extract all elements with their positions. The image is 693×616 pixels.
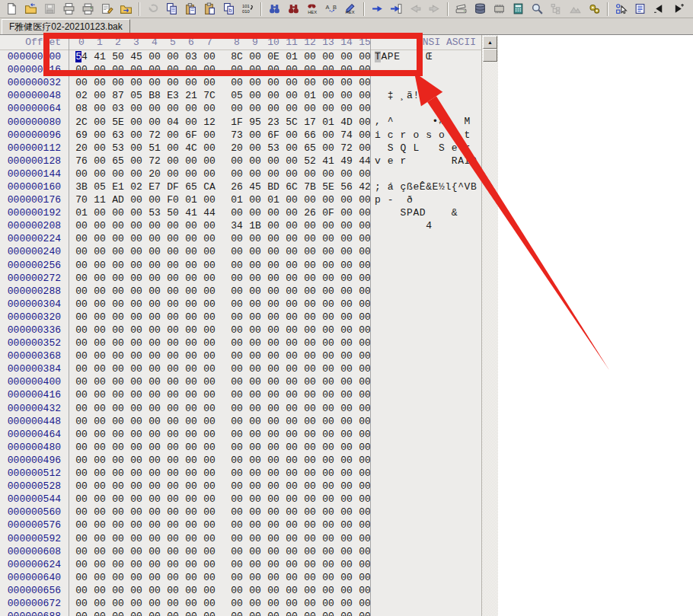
hex-byte[interactable]: 00 bbox=[109, 571, 127, 584]
hex-byte[interactable]: 41 bbox=[182, 206, 200, 219]
hex-byte[interactable]: 00 bbox=[246, 428, 264, 441]
hex-byte[interactable]: 00 bbox=[319, 219, 337, 232]
hex-byte[interactable]: 00 bbox=[182, 558, 200, 571]
hex-byte[interactable]: 00 bbox=[301, 441, 319, 454]
hex-byte[interactable]: 00 bbox=[109, 245, 127, 258]
hex-byte[interactable]: 00 bbox=[337, 402, 356, 415]
hex-byte[interactable]: 01 bbox=[228, 193, 246, 206]
hex-byte[interactable]: 00 bbox=[319, 519, 337, 531]
hex-byte[interactable]: 00 bbox=[301, 584, 319, 597]
hex-byte[interactable]: 00 bbox=[200, 245, 219, 258]
hex-byte[interactable]: 00 bbox=[246, 375, 264, 388]
hex-byte[interactable]: 5E bbox=[319, 180, 337, 193]
hex-byte[interactable]: 00 bbox=[283, 571, 301, 584]
hex-byte[interactable]: 00 bbox=[164, 142, 182, 155]
hex-byte[interactable]: 00 bbox=[319, 142, 337, 155]
hex-byte[interactable]: 00 bbox=[356, 311, 374, 324]
hex-byte[interactable]: 00 bbox=[109, 532, 127, 545]
ascii-text[interactable] bbox=[375, 454, 477, 467]
hex-byte[interactable]: 00 bbox=[319, 428, 337, 441]
hex-byte[interactable]: 12 bbox=[200, 116, 219, 129]
hex-byte[interactable]: 00 bbox=[228, 232, 246, 245]
hex-byte[interactable]: 00 bbox=[91, 610, 109, 616]
hex-byte[interactable]: 00 bbox=[200, 142, 219, 155]
hex-byte[interactable]: 00 bbox=[91, 388, 109, 401]
hex-byte[interactable]: AD bbox=[109, 193, 127, 206]
hex-byte[interactable]: 00 bbox=[337, 102, 356, 115]
hex-byte[interactable]: 00 bbox=[91, 428, 109, 441]
hex-byte[interactable]: 00 bbox=[200, 76, 219, 89]
hex-byte[interactable]: 00 bbox=[109, 232, 127, 245]
hex-byte[interactable]: 00 bbox=[301, 454, 319, 467]
hex-byte[interactable]: 00 bbox=[356, 362, 374, 375]
hex-byte[interactable]: 00 bbox=[319, 102, 337, 115]
hex-byte[interactable]: 00 bbox=[200, 193, 219, 206]
hex-byte[interactable]: 00 bbox=[246, 193, 264, 206]
hex-byte[interactable]: 00 bbox=[246, 311, 264, 324]
hex-byte[interactable]: 00 bbox=[109, 441, 127, 454]
hex-byte[interactable]: 00 bbox=[264, 506, 283, 519]
hex-byte[interactable]: 00 bbox=[264, 245, 283, 258]
find-again-button[interactable] bbox=[284, 1, 303, 18]
hex-byte[interactable]: 00 bbox=[337, 480, 356, 493]
hex-byte[interactable]: 00 bbox=[283, 155, 301, 168]
hex-byte[interactable]: 00 bbox=[109, 285, 127, 298]
hex-byte[interactable]: 00 bbox=[228, 362, 246, 375]
hex-byte[interactable]: 02 bbox=[72, 89, 91, 102]
hex-byte[interactable]: 00 bbox=[200, 63, 219, 76]
hex-byte[interactable]: 00 bbox=[164, 375, 182, 388]
hex-byte[interactable]: 00 bbox=[164, 610, 182, 616]
hex-byte[interactable]: 00 bbox=[109, 362, 127, 375]
ascii-text[interactable] bbox=[375, 506, 477, 519]
hex-byte[interactable]: 00 bbox=[337, 168, 356, 180]
hex-byte[interactable]: 00 bbox=[246, 402, 264, 415]
hex-byte[interactable]: 00 bbox=[356, 415, 374, 428]
hex-byte[interactable]: 00 bbox=[109, 349, 127, 362]
hex-byte[interactable]: 00 bbox=[301, 428, 319, 441]
ascii-text[interactable]: ; á çßeÊ&E½l{^VB bbox=[375, 180, 477, 193]
hex-byte[interactable]: 00 bbox=[145, 610, 164, 616]
hex-byte[interactable]: 00 bbox=[301, 298, 319, 311]
hex-byte[interactable]: 00 bbox=[182, 428, 200, 441]
hex-byte[interactable]: 00 bbox=[127, 610, 145, 616]
open-disk-button[interactable] bbox=[452, 1, 471, 18]
hex-byte[interactable]: 00 bbox=[72, 493, 91, 506]
hex-byte[interactable]: 00 bbox=[246, 168, 264, 180]
hex-byte[interactable]: 00 bbox=[200, 232, 219, 245]
hex-byte[interactable]: 00 bbox=[283, 168, 301, 180]
hex-byte[interactable]: 00 bbox=[182, 337, 200, 349]
hex-byte[interactable]: 00 bbox=[246, 519, 264, 531]
hex-byte[interactable]: 00 bbox=[283, 142, 301, 155]
hex-byte[interactable]: CA bbox=[200, 180, 219, 193]
hex-byte[interactable]: 00 bbox=[200, 610, 219, 616]
hex-byte[interactable]: 00 bbox=[319, 349, 337, 362]
hex-byte[interactable]: 00 bbox=[301, 480, 319, 493]
hex-byte[interactable]: 00 bbox=[319, 193, 337, 206]
ascii-text[interactable] bbox=[375, 168, 477, 180]
hex-byte[interactable]: 00 bbox=[72, 610, 91, 616]
properties-button[interactable] bbox=[97, 1, 117, 18]
hex-byte[interactable]: 00 bbox=[283, 206, 301, 219]
hex-byte[interactable]: 00 bbox=[91, 415, 109, 428]
hex-byte[interactable]: 00 bbox=[145, 597, 164, 610]
hex-byte[interactable]: 6C bbox=[283, 180, 301, 193]
hex-byte[interactable]: 00 bbox=[246, 337, 264, 349]
hex-byte[interactable]: 00 bbox=[356, 506, 374, 519]
hex-byte[interactable]: 00 bbox=[356, 467, 374, 480]
hex-byte[interactable]: 00 bbox=[145, 232, 164, 245]
hex-byte[interactable]: 00 bbox=[72, 375, 91, 388]
goto-end-button[interactable] bbox=[387, 1, 406, 18]
hex-byte[interactable]: 00 bbox=[264, 441, 283, 454]
hex-byte[interactable]: 00 bbox=[356, 597, 374, 610]
hex-byte[interactable]: 00 bbox=[127, 193, 145, 206]
hex-byte[interactable]: 45 bbox=[127, 50, 145, 63]
hex-byte[interactable]: 00 bbox=[264, 259, 283, 272]
hex-byte[interactable]: 00 bbox=[164, 480, 182, 493]
hex-byte[interactable]: 00 bbox=[127, 298, 145, 311]
hex-byte[interactable]: 00 bbox=[301, 168, 319, 180]
hex-byte[interactable]: 00 bbox=[228, 584, 246, 597]
hex-byte[interactable]: 00 bbox=[72, 454, 91, 467]
hex-byte[interactable]: 00 bbox=[283, 219, 301, 232]
hex-byte[interactable]: 00 bbox=[356, 50, 374, 63]
hex-byte[interactable]: 00 bbox=[264, 545, 283, 558]
